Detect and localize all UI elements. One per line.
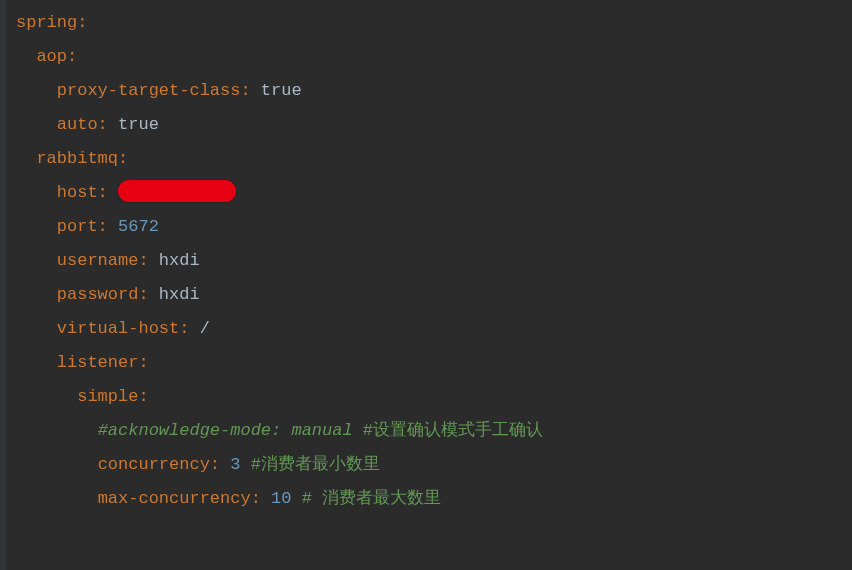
gutter xyxy=(0,0,6,570)
code-line: aop: xyxy=(16,40,852,74)
yaml-value: / xyxy=(200,319,210,338)
code-line: simple: xyxy=(16,380,852,414)
code-line: password: hxdi xyxy=(16,278,852,312)
yaml-value: true xyxy=(261,81,302,100)
yaml-key-port: port: xyxy=(57,217,108,236)
yaml-value: hxdi xyxy=(159,251,200,270)
yaml-key-username: username: xyxy=(57,251,149,270)
yaml-key-rabbitmq: rabbitmq: xyxy=(36,149,128,168)
yaml-key-auto: auto: xyxy=(57,115,108,134)
yaml-key-password: password: xyxy=(57,285,149,304)
code-line: spring: xyxy=(16,6,852,40)
yaml-key-max-concurrency: max-concurrency: xyxy=(98,489,261,508)
code-line: #acknowledge-mode: manual #设置确认模式手工确认 xyxy=(16,414,852,448)
yaml-value-number: 5672 xyxy=(118,217,159,236)
yaml-comment: #acknowledge-mode: manual xyxy=(98,421,353,440)
yaml-value-number: 10 xyxy=(271,489,291,508)
yaml-comment: #消费者最小数里 xyxy=(240,455,379,474)
yaml-key-virtual-host: virtual-host: xyxy=(57,319,190,338)
yaml-comment: # 消费者最大数里 xyxy=(291,489,441,508)
code-line: rabbitmq: xyxy=(16,142,852,176)
yaml-comment: #设置确认模式手工确认 xyxy=(353,421,543,440)
yaml-key-host: host: xyxy=(57,183,108,202)
yaml-value-number: 3 xyxy=(230,455,240,474)
code-line: listener: xyxy=(16,346,852,380)
code-line: auto: true xyxy=(16,108,852,142)
code-line: virtual-host: / xyxy=(16,312,852,346)
code-line: proxy-target-class: true xyxy=(16,74,852,108)
code-line: concurrency: 3 #消费者最小数里 xyxy=(16,448,852,482)
yaml-key-concurrency: concurrency: xyxy=(98,455,220,474)
yaml-key-listener: listener: xyxy=(57,353,149,372)
yaml-value: hxdi xyxy=(159,285,200,304)
yaml-value: true xyxy=(118,115,159,134)
yaml-key-spring: spring: xyxy=(16,13,87,32)
code-line: port: 5672 xyxy=(16,210,852,244)
code-line: max-concurrency: 10 # 消费者最大数里 xyxy=(16,482,852,516)
yaml-key-proxy-target-class: proxy-target-class: xyxy=(57,81,251,100)
yaml-key-simple: simple: xyxy=(77,387,148,406)
yaml-key-aop: aop: xyxy=(36,47,77,66)
code-line: username: hxdi xyxy=(16,244,852,278)
redaction-mark xyxy=(118,180,236,202)
code-line: host: xyxy=(16,176,852,210)
